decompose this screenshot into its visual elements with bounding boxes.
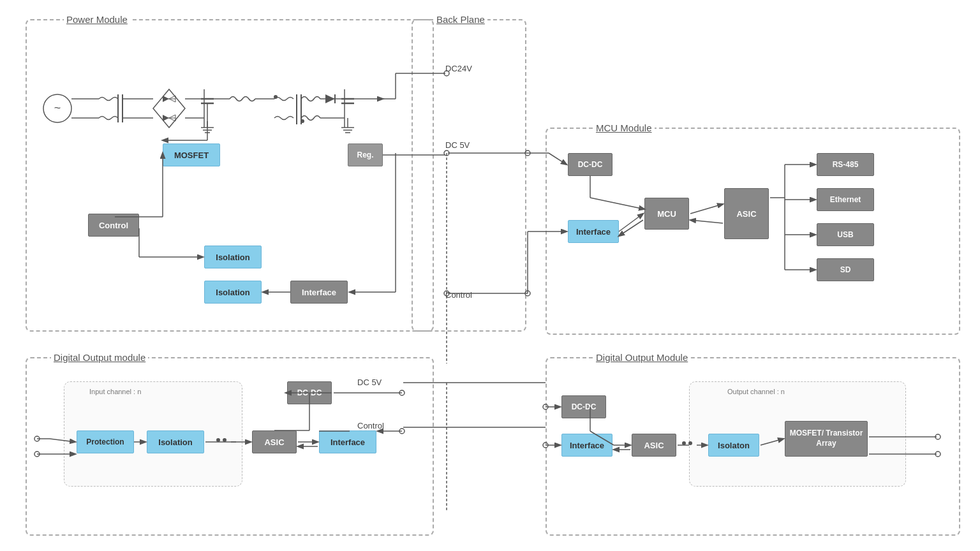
mcu-block: MCU [644, 198, 689, 230]
mosfet-block: MOSFET [163, 143, 220, 166]
output-channel-label: Output channel : n [727, 388, 785, 395]
control-block: Control [88, 214, 139, 237]
dc24v-label: DC24V [445, 64, 472, 73]
interface-pm-block: Interface [290, 281, 348, 304]
control-bottom-label: Control [357, 421, 384, 430]
mcu-interface-block: Interface [568, 220, 619, 243]
sd-block: SD [817, 258, 874, 281]
dcdc-left-block: DC-DC [287, 381, 332, 404]
interface-right-block: Interface [561, 434, 612, 457]
protection-block: Protection [77, 430, 134, 453]
back-plane-label: Back Plane [434, 14, 487, 25]
mcu-dcdc-block: DC-DC [568, 153, 612, 176]
control-label: Control [445, 290, 472, 300]
isolation-left-block: Isolation [147, 430, 204, 453]
isolation2-block: Isolation [204, 281, 262, 304]
power-module-label: Power Module [64, 14, 130, 25]
isolaton-right-block: Isolaton [708, 434, 759, 457]
rs485-block: RS-485 [817, 153, 874, 176]
dc5v-bottom-label: DC 5V [357, 378, 382, 387]
reg-block: Reg. [348, 143, 383, 166]
input-channel-label: Input channel : n [89, 388, 141, 395]
dc5v-label: DC 5V [445, 140, 470, 150]
isolation1-block: Isolation [204, 246, 262, 268]
digital-output-left-label: Digital Output module [51, 352, 148, 363]
dcdc-right-block: DC-DC [561, 395, 606, 418]
mcu-module-label: MCU Module [593, 122, 655, 133]
ethernet-block: Ethernet [817, 188, 874, 211]
asic-left-block: ASIC [252, 430, 297, 453]
asic-block: ASIC [724, 188, 769, 239]
asic-right-block: ASIC [632, 434, 676, 457]
interface-left-block: Interface [319, 430, 376, 453]
usb-block: USB [817, 223, 874, 246]
mosfet-array-block: MOSFET/ Transistor Array [785, 421, 868, 457]
digital-output-right-label: Digital Output Module [593, 352, 690, 363]
